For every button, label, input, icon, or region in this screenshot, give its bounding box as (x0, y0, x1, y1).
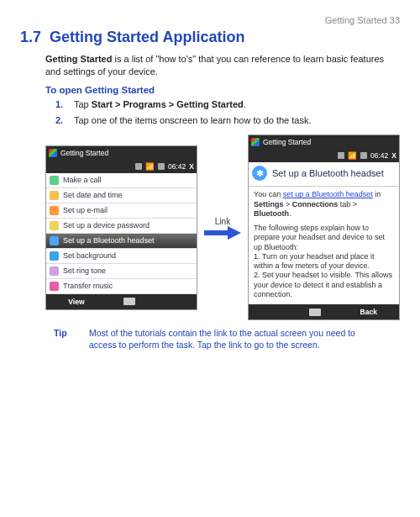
phone-screenshot-right: Getting Started 📶 06:42 X ✱ Set up a Blu… (248, 135, 400, 320)
ring-icon (50, 266, 59, 276)
right-titlebar: Getting Started (249, 135, 399, 149)
start-flag-icon (49, 149, 57, 157)
link-label-text: Link (215, 217, 230, 226)
tip-block: Tip Most of the tutorials contain the li… (54, 327, 400, 351)
list-item[interactable]: Set background (46, 249, 197, 264)
detail-paragraph-1: You can set up a Bluetooth headset in Se… (254, 190, 394, 219)
left-clock: 06:42 (168, 162, 186, 171)
arrow-column: Link (204, 217, 241, 238)
tip-label: Tip (54, 327, 72, 351)
lock-icon (50, 221, 59, 230)
subheading: To open Getting Started (45, 85, 400, 95)
mail-icon (50, 206, 59, 215)
section-heading: 1.7 Getting Started Application (20, 29, 400, 46)
phone-icon (50, 176, 59, 185)
detail-step-2: 2. Set your headset to visible. This all… (254, 271, 394, 299)
detail-header: ✱ Set up a Bluetooth headset (249, 162, 399, 187)
close-icon: X (189, 162, 194, 171)
right-softkey-bar: Back (249, 304, 399, 319)
tip-text: Most of the tutorials contain the link t… (89, 327, 385, 351)
section-title-text: Getting Started Application (50, 29, 244, 45)
clock-icon (50, 191, 59, 200)
keyboard-icon[interactable] (123, 298, 135, 305)
stairs-icon (338, 152, 344, 159)
left-title-text: Getting Started (60, 149, 108, 157)
getting-started-list: Make a call Set date and time Set up e-m… (46, 173, 197, 294)
step-2-text: Tap one of the items onscreen to learn h… (74, 114, 312, 127)
right-title-text: Getting Started (263, 138, 311, 146)
detail-title: Set up a Bluetooth headset (272, 168, 384, 178)
intro-lead: Getting Started (45, 54, 112, 64)
phone-screenshot-left: Getting Started 📶 06:42 X Make a call Se… (45, 145, 197, 310)
close-icon: X (391, 151, 396, 160)
list-item[interactable]: Set ring tone (46, 264, 197, 279)
detail-paragraph-2: The following steps explain how to prepa… (254, 224, 394, 252)
detail-link[interactable]: set up a Bluetooth headset (283, 190, 373, 198)
link-callout: Link (215, 217, 230, 226)
list-item-selected[interactable]: Set up a Bluetooth headset (46, 234, 197, 249)
step-1-text: Tap Start > Programs > Getting Started. (74, 98, 246, 111)
right-statusbar: 📶 06:42 X (249, 149, 399, 162)
music-icon (50, 282, 59, 291)
step-list: 1. Tap Start > Programs > Getting Starte… (55, 98, 400, 127)
page-header: Getting Started 33 (20, 15, 400, 25)
stairs-icon (135, 163, 142, 170)
step-1: 1. Tap Start > Programs > Getting Starte… (55, 98, 400, 111)
right-softkey-back[interactable]: Back (360, 308, 377, 316)
left-softkey-view[interactable]: View (68, 298, 84, 306)
signal-icon: 📶 (348, 151, 357, 160)
background-icon (50, 251, 59, 261)
right-clock: 06:42 (370, 151, 388, 160)
volume-icon (158, 163, 165, 170)
bluetooth-icon (50, 236, 59, 245)
step-1-number: 1. (55, 98, 67, 111)
screenshots-row: Getting Started 📶 06:42 X Make a call Se… (45, 135, 400, 320)
document-page: Getting Started 33 1.7 Getting Started A… (0, 0, 420, 367)
list-item[interactable]: Set up e-mail (46, 203, 197, 219)
left-statusbar: 📶 06:42 X (46, 160, 197, 173)
arrow-right-icon (204, 228, 241, 238)
list-item[interactable]: Set up a device password (46, 219, 197, 234)
bluetooth-round-icon: ✱ (252, 166, 267, 181)
list-item[interactable]: Make a call (46, 173, 197, 188)
step-2-number: 2. (55, 114, 67, 127)
step-2: 2. Tap one of the items onscreen to lear… (55, 114, 400, 127)
list-item[interactable]: Set date and time (46, 188, 197, 203)
keyboard-icon[interactable] (309, 309, 321, 316)
volume-icon (360, 152, 367, 159)
detail-step-1: 1. Turn on your headset and place it wit… (254, 252, 394, 272)
section-number: 1.7 (20, 29, 41, 45)
start-flag-icon (251, 138, 260, 146)
list-item[interactable]: Transfer music (46, 279, 197, 294)
left-softkey-bar: View (46, 294, 197, 309)
left-titlebar: Getting Started (46, 146, 197, 160)
signal-icon: 📶 (145, 162, 155, 171)
detail-body: You can set up a Bluetooth headset in Se… (249, 187, 399, 304)
intro-paragraph: Getting Started is a list of "how to's" … (45, 53, 400, 78)
